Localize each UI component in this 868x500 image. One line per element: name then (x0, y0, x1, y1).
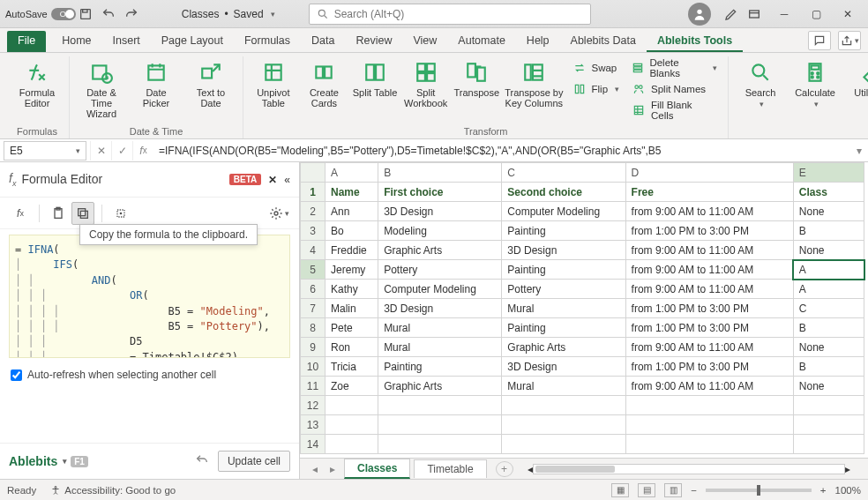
split-names-button[interactable]: Split Names (628, 79, 721, 99)
utilities-button[interactable]: Utilities▾ (845, 56, 868, 109)
date-time-wizard-button[interactable]: Date & Time Wizard (77, 56, 126, 119)
tab-ablebits-data[interactable]: Ablebits Data (560, 29, 647, 52)
svg-point-3 (697, 9, 701, 13)
svg-point-2 (318, 10, 325, 16)
table-row[interactable]: 3BoModelingPaintingfrom 1:00 PM to 3:00 … (301, 221, 864, 241)
calculate-button[interactable]: Calculate▾ (790, 56, 840, 109)
tab-ablebits-tools[interactable]: Ablebits Tools (647, 29, 743, 52)
brand[interactable]: Ablebits▾ F1 (9, 454, 88, 468)
ribbon-display-icon[interactable] (746, 6, 762, 22)
sheet-nav-first[interactable]: ◂ (307, 463, 323, 475)
auto-refresh-checkbox[interactable]: Auto-refresh when selecting another cell (0, 363, 299, 386)
name-box[interactable]: E5▾ (4, 141, 86, 160)
date-picker-button[interactable]: Date Picker (131, 56, 181, 108)
sheet-tab-classes[interactable]: Classes (344, 459, 410, 479)
zoom-in-button[interactable]: + (820, 485, 827, 496)
search-button[interactable]: Search▾ (736, 56, 785, 109)
undo-panel-button[interactable] (195, 453, 209, 470)
col-header[interactable]: B (378, 163, 502, 183)
transpose-button[interactable]: Transpose (454, 56, 500, 98)
add-sheet-button[interactable]: + (496, 461, 513, 477)
page-layout-view-button[interactable]: ▤ (638, 483, 655, 497)
formula-editor-button[interactable]: Formula Editor (12, 56, 62, 108)
insert-function-button[interactable]: fx (132, 141, 153, 160)
sheet-tab-timetable[interactable]: Timetable (414, 459, 486, 478)
col-header[interactable]: E (793, 163, 864, 183)
minimize-button[interactable]: ─ (769, 2, 799, 26)
target-tool[interactable] (109, 202, 132, 225)
autosave-toggle[interactable]: AutoSave On (5, 8, 71, 20)
spreadsheet-grid[interactable]: ABCDE1NameFirst choiceSecond choiceFreeC… (300, 162, 864, 454)
group-label-formulas: Formulas (17, 126, 57, 138)
col-header[interactable]: A (326, 163, 378, 183)
redo-icon[interactable] (123, 6, 139, 22)
tab-automate[interactable]: Automate (447, 29, 516, 52)
swap-button[interactable]: Swap (569, 58, 624, 78)
transpose-key-columns-button[interactable]: Transpose by Key Columns (505, 56, 563, 108)
table-row[interactable]: 7Malin3D DesignMuralfrom 1:00 PM to 3:00… (301, 299, 864, 318)
unpivot-table-button[interactable]: Unpivot Table (251, 56, 296, 108)
tab-help[interactable]: Help (516, 29, 560, 52)
share-button[interactable]: ▾ (838, 31, 861, 50)
document-title[interactable]: Classes • Saved ▾ (182, 8, 275, 20)
table-row[interactable]: 4FreddieGraphic Arts3D Designfrom 9:00 A… (301, 241, 864, 260)
tab-view[interactable]: View (402, 29, 447, 52)
col-header[interactable]: C (502, 163, 625, 183)
comments-button[interactable] (808, 31, 831, 50)
save-icon[interactable] (78, 6, 94, 22)
pen-icon[interactable] (723, 6, 739, 22)
sheet-nav-last[interactable]: ▸ (325, 463, 340, 475)
table-row[interactable]: 9RonMuralGraphic Artsfrom 9:00 AM to 11:… (301, 338, 864, 357)
table-row[interactable]: 2Ann3D DesignComputer Modelingfrom 9:00 … (301, 202, 864, 221)
collapse-panel-button[interactable]: « (284, 174, 290, 186)
page-break-view-button[interactable]: ▥ (664, 483, 682, 497)
close-button[interactable]: ✕ (833, 2, 863, 26)
search-input[interactable]: Search (Alt+Q) (309, 4, 591, 25)
accept-formula-button[interactable]: ✓ (111, 141, 132, 160)
fx-tool[interactable]: fx (9, 202, 32, 225)
undo-icon[interactable] (101, 6, 116, 22)
table-row[interactable]: 14 (301, 435, 864, 454)
user-avatar[interactable] (688, 3, 711, 26)
tab-file[interactable]: File (7, 31, 46, 52)
horizontal-scrollbar[interactable]: ◂▸ (528, 463, 850, 475)
copy-tool[interactable] (71, 202, 94, 225)
formula-input[interactable] (153, 141, 850, 160)
text-to-date-button[interactable]: Text to Date (186, 56, 236, 108)
split-workbook-button[interactable]: Split Workbook (403, 56, 449, 108)
update-cell-button[interactable]: Update cell (218, 451, 290, 472)
status-accessibility[interactable]: Accessibility: Good to go (50, 485, 176, 496)
tab-formulas[interactable]: Formulas (234, 29, 301, 52)
svg-rect-23 (580, 85, 584, 93)
table-row[interactable]: 13 (301, 415, 864, 435)
maximize-button[interactable]: ▢ (801, 2, 831, 26)
tab-review[interactable]: Review (345, 29, 402, 52)
create-cards-button[interactable]: Create Cards (302, 56, 348, 108)
table-row[interactable]: 12 (301, 396, 864, 415)
table-row[interactable]: 11ZoeGraphic ArtsMuralfrom 9:00 AM to 11… (301, 377, 864, 396)
flip-button[interactable]: Flip▾ (569, 79, 624, 99)
tab-data[interactable]: Data (301, 29, 345, 52)
formula-code-area[interactable]: = IFNA( │ IFS( │ │ AND( │ │ │ OR( │ │ │ … (9, 235, 290, 358)
svg-rect-4 (750, 11, 760, 18)
split-table-button[interactable]: Split Table (352, 56, 398, 98)
table-row[interactable]: 8PeteMuralPaintingfrom 1:00 PM to 3:00 P… (301, 318, 864, 338)
table-row[interactable]: 6KathyComputer ModelingPotteryfrom 9:00 … (301, 280, 864, 299)
delete-blanks-button[interactable]: Delete Blanks▾ (628, 58, 721, 78)
table-row[interactable]: 5JeremyPotteryPaintingfrom 9:00 AM to 11… (301, 260, 864, 280)
tab-home[interactable]: Home (51, 29, 101, 52)
fill-blank-button[interactable]: Fill Blank Cells (628, 101, 721, 120)
expand-formula-bar[interactable]: ▾ (850, 145, 868, 157)
cancel-formula-button[interactable]: ✕ (90, 141, 111, 160)
col-header[interactable]: D (625, 163, 793, 183)
zoom-out-button[interactable]: − (691, 485, 697, 496)
paste-tool[interactable] (47, 202, 70, 225)
zoom-slider[interactable] (706, 489, 812, 492)
table-row[interactable]: 10TriciaPainting3D Designfrom 1:00 PM to… (301, 357, 864, 377)
settings-tool[interactable]: ▾ (267, 202, 290, 225)
tab-insert[interactable]: Insert (102, 29, 151, 52)
normal-view-button[interactable]: ▦ (611, 483, 629, 497)
table-row[interactable]: 1NameFirst choiceSecond choiceFreeClass (301, 183, 864, 202)
close-panel-button[interactable]: ✕ (268, 174, 277, 186)
tab-page-layout[interactable]: Page Layout (151, 29, 234, 52)
